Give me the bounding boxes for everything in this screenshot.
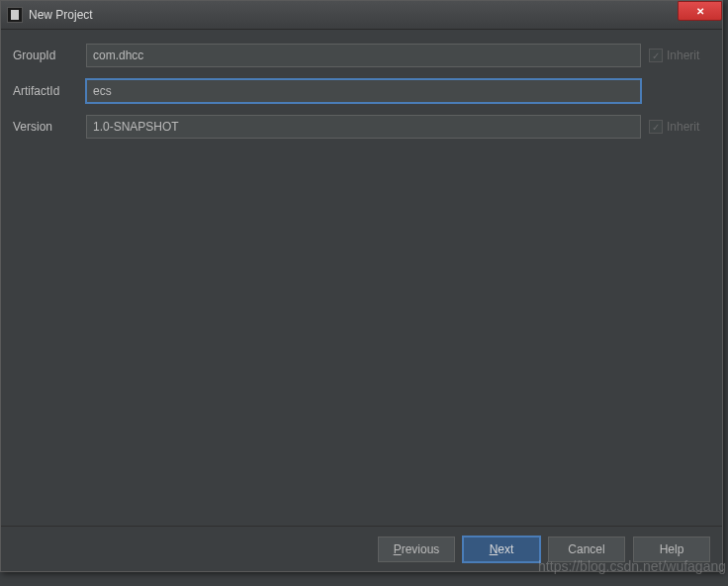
app-icon [7, 7, 23, 23]
cancel-button-label: Cancel [568, 542, 604, 556]
new-project-dialog: New Project ✕ GroupId ✓ Inherit Artifact… [0, 0, 723, 572]
close-icon: ✕ [696, 6, 704, 17]
artifactid-input[interactable] [86, 79, 641, 103]
groupid-inherit-label: Inherit [667, 49, 699, 62]
version-input[interactable] [86, 115, 641, 139]
version-inherit: ✓ Inherit [649, 120, 710, 134]
version-label: Version [13, 120, 78, 134]
groupid-input[interactable] [86, 44, 641, 67]
close-button[interactable]: ✕ [678, 1, 722, 21]
artifactid-row: ArtifactId [13, 79, 710, 103]
dialog-footer: Previous Next Cancel Help [1, 526, 722, 571]
version-row: Version ✓ Inherit [13, 115, 710, 139]
help-button[interactable]: Help [633, 537, 710, 562]
help-button-label: Help [660, 542, 684, 556]
groupid-inherit-checkbox[interactable]: ✓ [649, 49, 663, 62]
dialog-content: GroupId ✓ Inherit ArtifactId Version ✓ I… [1, 30, 722, 526]
previous-button[interactable]: Previous [378, 537, 455, 562]
groupid-row: GroupId ✓ Inherit [13, 44, 710, 67]
window-title: New Project [29, 8, 93, 22]
version-inherit-checkbox[interactable]: ✓ [649, 120, 663, 134]
artifactid-label: ArtifactId [13, 84, 78, 98]
cancel-button[interactable]: Cancel [548, 537, 625, 562]
groupid-label: GroupId [13, 49, 78, 62]
previous-button-rest: revious [402, 542, 440, 556]
groupid-inherit: ✓ Inherit [649, 49, 710, 62]
next-button-rest: ext [498, 542, 513, 556]
titlebar[interactable]: New Project ✕ [1, 1, 722, 30]
next-button[interactable]: Next [463, 537, 540, 562]
version-inherit-label: Inherit [667, 120, 699, 134]
